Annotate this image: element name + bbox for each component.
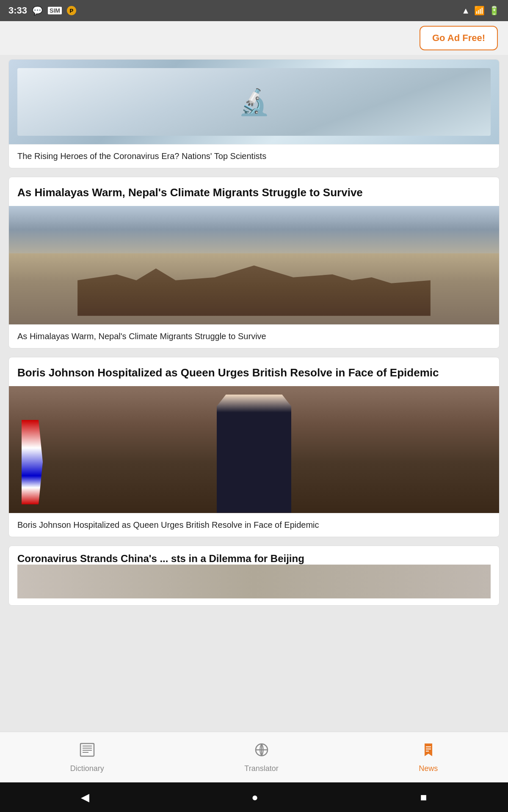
partial-article-image	[17, 565, 491, 598]
signal-icon: 📶	[474, 5, 485, 16]
article-3-headline: Boris Johnson Hospitalized as Queen Urge…	[9, 357, 499, 386]
article-3-caption: Boris Johnson Hospitalized as Queen Urge…	[9, 513, 499, 537]
home-button[interactable]: ●	[251, 791, 258, 804]
plex-icon: P	[67, 6, 76, 15]
article-1-caption: The Rising Heroes of the Coronavirus Era…	[9, 144, 499, 168]
dictionary-icon	[79, 742, 95, 762]
wifi-icon: ▲	[461, 6, 470, 16]
partial-article-card[interactable]: Coronavirus Strands China's ... sts in a…	[8, 546, 500, 606]
translator-icon	[254, 742, 270, 762]
uk-flag	[22, 420, 64, 505]
go-ad-free-button[interactable]: Go Ad Free!	[420, 26, 498, 50]
article-card-1[interactable]: The Rising Heroes of the Coronavirus Era…	[8, 59, 500, 168]
nav-item-news[interactable]: News	[410, 738, 446, 777]
article-2-image	[9, 206, 499, 324]
chat-icon: 💬	[32, 5, 43, 16]
article-3-image	[9, 386, 499, 513]
status-time: 3:33	[8, 5, 27, 16]
boris-figure	[207, 395, 301, 513]
status-bar-right: ▲ 📶 🔋	[461, 5, 500, 16]
translator-label: Translator	[244, 764, 278, 773]
status-bar-left: 3:33 💬 SIM P	[8, 5, 76, 16]
himalayas-buildings	[58, 257, 450, 316]
system-navigation-bar: ◀ ● ■	[0, 782, 508, 812]
bottom-navigation: Dictionary Translator News	[0, 732, 508, 782]
back-button[interactable]: ◀	[81, 791, 89, 804]
article-card-3[interactable]: Boris Johnson Hospitalized as Queen Urge…	[8, 357, 500, 537]
dictionary-label: Dictionary	[70, 764, 104, 773]
news-icon	[420, 742, 436, 762]
partial-article-headline: Coronavirus Strands China's ... sts in a…	[17, 553, 491, 565]
article-2-headline: As Himalayas Warm, Nepal's Climate Migra…	[9, 177, 499, 206]
sim-icon: SIM	[48, 7, 62, 14]
article-card-2[interactable]: As Himalayas Warm, Nepal's Climate Migra…	[8, 177, 500, 348]
status-bar: 3:33 💬 SIM P ▲ 📶 🔋	[0, 0, 508, 21]
app-header: Go Ad Free!	[0, 21, 508, 55]
news-label: News	[419, 764, 438, 773]
recent-button[interactable]: ■	[420, 791, 427, 804]
article-2-caption: As Himalayas Warm, Nepal's Climate Migra…	[9, 324, 499, 348]
nav-item-dictionary[interactable]: Dictionary	[62, 738, 113, 777]
article-1-image	[9, 60, 499, 144]
battery-icon: 🔋	[489, 5, 500, 16]
news-feed: The Rising Heroes of the Coronavirus Era…	[0, 55, 508, 732]
nav-item-translator[interactable]: Translator	[236, 738, 287, 777]
